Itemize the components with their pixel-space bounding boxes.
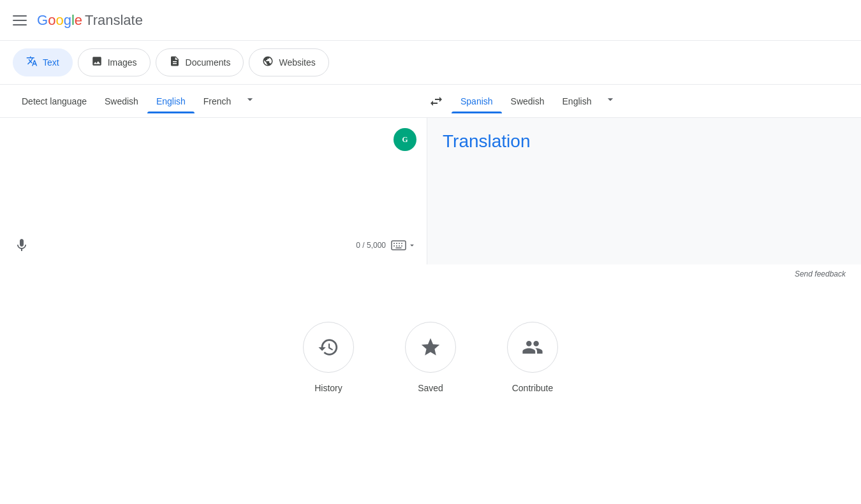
microphone-button[interactable] [10,234,33,257]
target-lang-spanish[interactable]: Spanish [452,90,502,113]
logo-translate-label: Translate [85,12,143,29]
keyboard-button[interactable] [391,240,416,250]
source-lang-detect[interactable]: Detect language [13,90,96,113]
history-circle [303,322,354,373]
source-lang-selector: Detect language Swedish English French [13,88,421,114]
history-label: History [314,383,342,393]
svg-text:G: G [402,136,408,144]
translation-output: Translation [443,128,846,155]
send-feedback-link[interactable]: Send feedback [795,270,846,278]
swap-languages-button[interactable] [421,94,452,109]
source-input[interactable] [15,128,416,233]
tab-documents-label: Documents [186,57,231,68]
tab-images[interactable]: Images [78,48,151,76]
action-saved[interactable]: Saved [405,322,456,393]
source-lang-english[interactable]: English [147,90,195,113]
char-count-area: 0 / 5,000 [356,240,416,250]
saved-label: Saved [418,383,443,393]
source-lang-more-button[interactable] [240,88,260,114]
source-lang-swedish[interactable]: Swedish [96,90,147,113]
action-history[interactable]: History [303,322,354,393]
contribute-icon [522,336,543,358]
source-bottom-bar: 0 / 5,000 [10,234,416,257]
target-lang-english[interactable]: English [554,90,601,113]
grammarly-icon[interactable]: G [394,128,416,151]
target-panel: Translation [427,118,861,264]
tab-text[interactable]: Text [13,48,73,76]
tab-text-label: Text [43,57,59,68]
char-count: 0 / 5,000 [356,241,386,250]
feedback-bar: Send feedback [0,264,861,284]
websites-icon [262,55,274,69]
contribute-label: Contribute [512,383,554,393]
hamburger-menu[interactable] [13,15,27,25]
tab-websites-label: Websites [279,57,315,68]
target-lang-more-button[interactable] [600,88,621,114]
tab-websites[interactable]: Websites [249,48,328,76]
logo-google: Google [37,12,82,29]
text-icon [26,55,38,69]
source-panel: G 0 / 5,000 [0,118,427,264]
documents-icon [169,55,180,69]
target-lang-selector: Spanish Swedish English [452,88,848,114]
bottom-actions: History Saved Contribute [0,284,861,419]
svg-rect-2 [392,241,406,250]
logo[interactable]: Google Translate [37,12,143,29]
target-lang-swedish[interactable]: Swedish [502,90,554,113]
tab-images-label: Images [108,57,137,68]
contribute-circle [507,322,558,373]
source-lang-french[interactable]: French [195,90,240,113]
language-bar: Detect language Swedish English French S… [0,85,861,118]
translation-area: G 0 / 5,000 Translation [0,118,861,264]
header: Google Translate [0,0,861,41]
saved-circle [405,322,456,373]
action-contribute[interactable]: Contribute [507,322,558,393]
saved-icon [420,336,441,358]
mode-tabs: Text Images Documents Websites [0,41,861,85]
history-icon [318,336,339,358]
tab-documents[interactable]: Documents [156,48,244,76]
images-icon [91,55,103,69]
